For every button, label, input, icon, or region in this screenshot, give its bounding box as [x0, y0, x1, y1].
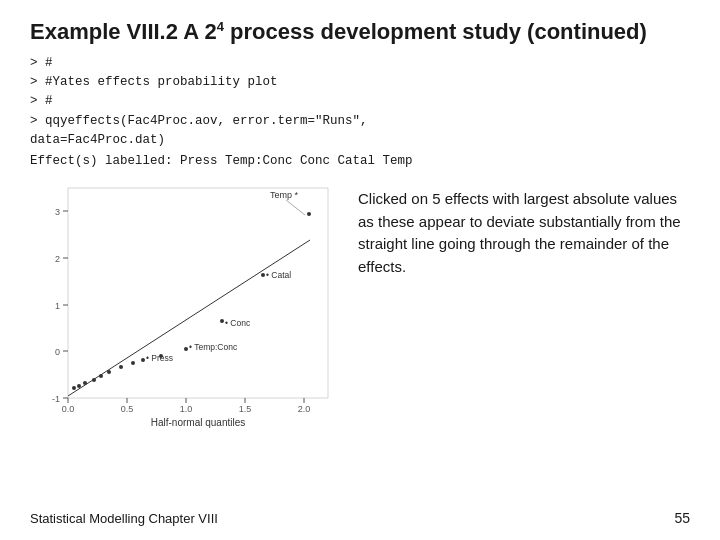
svg-text:3: 3: [55, 207, 60, 217]
svg-point-40: [307, 212, 311, 216]
svg-text:0.5: 0.5: [121, 404, 134, 414]
svg-text:2.0: 2.0: [298, 404, 311, 414]
title-superscript: 4: [217, 19, 224, 34]
svg-text:• Press: • Press: [146, 353, 173, 363]
title-main: Example VIII.2 A 2: [30, 19, 217, 44]
svg-text:• Conc: • Conc: [225, 318, 251, 328]
code-line2: > #Yates effects probability plot: [30, 73, 690, 92]
svg-point-26: [92, 378, 96, 382]
svg-point-34: [184, 347, 188, 351]
footer-left: Statistical Modelling Chapter VIII: [30, 511, 218, 526]
code-block: > # > #Yates effects probability plot > …: [30, 54, 690, 151]
code-line3: > #: [30, 92, 690, 111]
code-line4b: data=Fac4Proc.dat): [30, 131, 690, 150]
svg-text:2: 2: [55, 254, 60, 264]
footer-right: 55: [674, 510, 690, 526]
svg-rect-0: [68, 188, 328, 398]
svg-point-27: [99, 374, 103, 378]
svg-text:1: 1: [55, 301, 60, 311]
code-line1: > #: [30, 54, 690, 73]
chart-svg: -1 0 1 2 3 0.0: [30, 178, 340, 433]
svg-text:• Catal: • Catal: [266, 270, 291, 280]
svg-point-23: [72, 386, 76, 390]
svg-text:1.5: 1.5: [239, 404, 252, 414]
svg-point-30: [131, 361, 135, 365]
description-box: Clicked on 5 effects with largest absolu…: [358, 178, 690, 278]
svg-text:Temp *: Temp *: [270, 190, 299, 200]
svg-text:Half-normal quantiles: Half-normal quantiles: [151, 417, 246, 428]
svg-text:0.0: 0.0: [62, 404, 75, 414]
description-text: Clicked on 5 effects with largest absolu…: [358, 188, 690, 278]
svg-point-31: [141, 358, 145, 362]
svg-point-36: [220, 319, 224, 323]
footer: Statistical Modelling Chapter VIII 55: [30, 510, 690, 526]
svg-text:• Temp:Conc: • Temp:Conc: [189, 342, 238, 352]
svg-point-29: [119, 365, 123, 369]
page-title: Example VIII.2 A 24 process development …: [30, 18, 690, 46]
svg-point-38: [261, 273, 265, 277]
svg-point-33: [159, 354, 163, 358]
chart-area: -1 0 1 2 3 0.0: [30, 178, 340, 433]
title-rest: process development study (continued): [224, 19, 647, 44]
code-line4: > qqyeffects(Fac4Proc.aov, error.term="R…: [30, 112, 690, 131]
content-row: -1 0 1 2 3 0.0: [30, 178, 690, 433]
svg-text:1.0: 1.0: [180, 404, 193, 414]
svg-text:-1: -1: [52, 394, 60, 404]
svg-point-25: [83, 381, 87, 385]
svg-point-24: [77, 384, 81, 388]
page-container: Example VIII.2 A 24 process development …: [0, 0, 720, 540]
effect-line: Effect(s) labelled: Press Temp:Conc Conc…: [30, 154, 690, 168]
svg-point-28: [107, 370, 111, 374]
svg-text:0: 0: [55, 347, 60, 357]
